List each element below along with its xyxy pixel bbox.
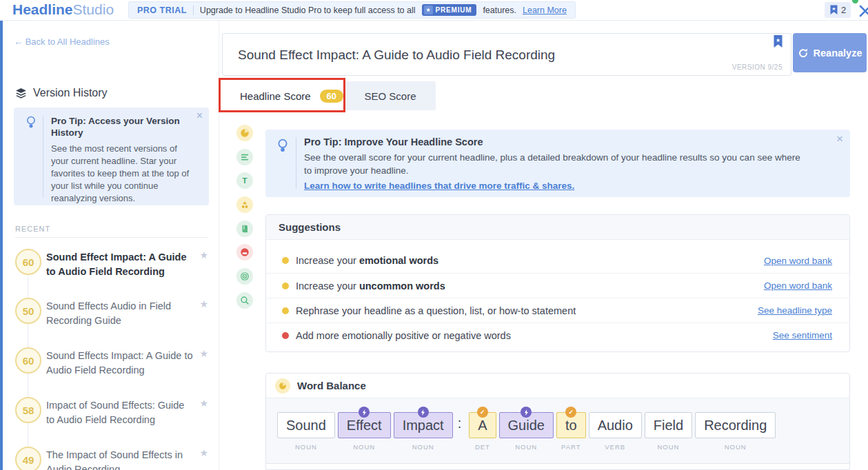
text-lines-icon	[240, 152, 250, 162]
power-word[interactable]: Impact	[394, 412, 453, 438]
pos-tag: NOUN	[353, 443, 375, 451]
svg-text:★: ★	[831, 6, 836, 11]
pos-tag: NOUN	[412, 443, 434, 451]
word-balance-panel: Word Balance Sound NOUN Effect NOUN Impa…	[265, 373, 850, 470]
reanalyze-button[interactable]: Reanalyze	[793, 33, 867, 72]
word-chip: Sound NOUN	[277, 412, 335, 451]
version-label: VERSION 9/25	[732, 63, 783, 71]
suggestion-text: Add more emotionally positive or negativ…	[296, 330, 773, 341]
word-count-nav-icon[interactable]	[236, 149, 253, 165]
word[interactable]: Recording	[695, 412, 776, 438]
word-chip: Guide NOUN	[499, 412, 554, 451]
back-to-headlines-link[interactable]: ← Back to All Headlines	[14, 37, 110, 47]
tab-seo-score[interactable]: SEO Score	[345, 81, 436, 110]
refresh-icon	[798, 48, 809, 59]
shapes-icon	[240, 200, 250, 210]
power-word-badge	[359, 407, 370, 418]
status-dot	[852, 0, 858, 3]
skimmability-nav-icon[interactable]	[236, 268, 253, 285]
book-icon	[240, 224, 250, 234]
warning-dot-icon	[282, 257, 289, 264]
pos-tag: VERB	[605, 443, 625, 451]
word-balance-nav-icon[interactable]	[236, 125, 253, 141]
logo-headline: Headline	[12, 1, 73, 17]
score-badge: 49	[15, 447, 41, 470]
word-chip: Audio VERB	[589, 412, 642, 451]
suggestion-text: Increase your emotional words	[296, 255, 764, 266]
headline-input[interactable]: Sound Effect Impact: A Guide to Audio Fi…	[222, 33, 791, 76]
pie-chart-icon	[275, 378, 290, 394]
recent-section-label: RECENT	[15, 225, 50, 233]
separator: :	[456, 412, 467, 435]
suggestion-text: Rephrase your headline as a question, li…	[296, 305, 758, 316]
seo-analysis-nav-icon[interactable]	[236, 292, 253, 309]
version-title: Impact of Sound Effects: Guide to Audio …	[46, 398, 194, 427]
common-word[interactable]: ✓to	[556, 412, 586, 438]
reanalyze-label: Reanalyze	[814, 48, 862, 59]
logo-studio: Studio	[73, 1, 114, 17]
pos-tag: DET	[475, 443, 490, 451]
character-count-nav-icon[interactable]: T	[236, 172, 253, 189]
version-history-sidebar: ← Back to All Headlines Version History …	[3, 21, 219, 470]
close-icon[interactable]: ×	[196, 110, 203, 122]
top-bar: HeadlineStudio PRO TRIAL Upgrade to Head…	[0, 0, 868, 21]
suggestions-panel: Suggestions Increase your emotional word…	[265, 214, 850, 352]
open-word-bank-link[interactable]: Open word bank	[764, 280, 832, 291]
back-arrow-icon: ←	[14, 37, 23, 47]
word-chip: Field NOUN	[645, 412, 692, 451]
bookmark-icon: ★	[773, 35, 783, 48]
word-balance-title: Word Balance	[297, 380, 366, 391]
score-badge: 50	[15, 298, 41, 324]
colon-separator: :	[456, 412, 464, 435]
layers-icon	[15, 88, 27, 99]
divider	[296, 138, 296, 189]
star-icon[interactable]: ★	[199, 398, 208, 409]
version-history-label: Version History	[33, 87, 108, 99]
power-word[interactable]: Effect	[338, 412, 391, 438]
lightbulb-icon	[276, 139, 290, 154]
headline-text: Sound Effect Impact: A Guide to Audio Fi…	[238, 34, 555, 76]
star-icon[interactable]: ★	[199, 249, 208, 260]
see-sentiment-link[interactable]: See sentiment	[773, 330, 832, 340]
sentiment-nav-icon[interactable]	[236, 244, 253, 260]
suggestion-text: Increase your uncommon words	[296, 280, 764, 292]
headline-writing-guide-link[interactable]: Learn how to write headlines that drive …	[304, 181, 574, 191]
star-icon[interactable]: ★	[199, 298, 208, 309]
star-icon[interactable]: ★	[199, 348, 208, 359]
close-icon[interactable]	[859, 5, 868, 20]
see-headline-type-link[interactable]: See headline type	[758, 305, 832, 316]
bookmark-icon: ★	[829, 5, 838, 15]
bookmark-headline-button[interactable]: ★	[773, 35, 783, 51]
power-word-badge	[521, 407, 532, 418]
word[interactable]: Audio	[589, 412, 642, 438]
sentiment-face-icon	[240, 247, 250, 257]
headline-type-nav-icon[interactable]	[236, 196, 253, 213]
power-word[interactable]: Guide	[499, 412, 554, 438]
version-title: Sound Effects Audio in Field Recording G…	[46, 299, 194, 328]
word[interactable]: Sound	[277, 412, 335, 438]
saved-headlines-button[interactable]: ★ 2	[825, 2, 851, 18]
version-title: Sound Effects Impact: A Guide to Audio F…	[46, 349, 194, 378]
learn-more-link[interactable]: Learn More	[523, 6, 567, 15]
tab-label: Headline Score	[240, 90, 311, 102]
star-icon[interactable]: ★	[199, 447, 208, 458]
app-logo[interactable]: HeadlineStudio	[12, 1, 114, 18]
warning-dot-icon	[282, 283, 289, 289]
upgrade-banner: PRO TRIAL Upgrade to Headline Studio Pro…	[128, 1, 576, 19]
bookmark-count: 2	[841, 5, 846, 15]
close-icon[interactable]: ×	[836, 132, 843, 146]
lightbulb-icon	[25, 116, 37, 130]
word-chip: ✓A DET	[469, 412, 496, 451]
features-text: features.	[483, 6, 516, 15]
divider	[193, 6, 194, 15]
warning-dot-icon	[282, 307, 289, 314]
word[interactable]: Field	[645, 412, 692, 438]
reading-grade-nav-icon[interactable]	[236, 221, 253, 237]
common-word[interactable]: ✓A	[469, 412, 496, 438]
tab-headline-score[interactable]: Headline Score 60	[222, 81, 345, 110]
pos-tag: NOUN	[295, 443, 317, 451]
score-badge: 60	[15, 249, 41, 275]
pro-trial-badge: PRO TRIAL	[137, 6, 187, 15]
headline-score-badge: 60	[320, 90, 343, 103]
open-word-bank-link[interactable]: Open word bank	[764, 256, 832, 266]
